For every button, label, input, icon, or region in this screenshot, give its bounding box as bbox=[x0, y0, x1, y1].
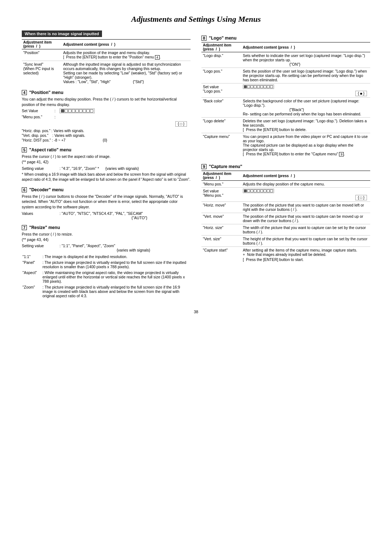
table-row: "1:1" : The image is displayed at the in… bbox=[22, 254, 191, 260]
content-sync: Although the inputted image signal is ad… bbox=[62, 61, 191, 85]
section8-table: Adjustment item (press / ) Adjustment co… bbox=[201, 42, 370, 158]
content-capture-menu: You can project a picture from the video… bbox=[241, 133, 370, 158]
section8-title: 8 "Logo" menu bbox=[201, 36, 370, 41]
col2-header-8: Adjustment content (press / ) bbox=[241, 42, 370, 52]
page-number: 38 bbox=[22, 310, 370, 314]
item-menu-pos9: "Menu pos." bbox=[201, 181, 241, 188]
section7-setting: Setting value : "1:1", "Panel", "Aspect"… bbox=[22, 244, 191, 252]
menu-pos-label: "Menu pos." bbox=[22, 115, 54, 119]
values-content6: : "AUTO", "NTSC", "NTSC4.43", "PAL", "SE… bbox=[60, 211, 191, 220]
table-row: "Logo pos." Sets the position of the use… bbox=[201, 68, 370, 83]
section5-note: * When creating a 16:9 image with black … bbox=[22, 172, 191, 182]
values-label6: Values bbox=[22, 211, 54, 216]
no-signal-header: When there is no image signal inputted bbox=[22, 30, 102, 37]
table-row: "Menu pos." Adjusts the display position… bbox=[201, 181, 370, 188]
section6-num: 6 bbox=[22, 187, 27, 192]
item-logo-delete: "Logo delete" bbox=[201, 118, 241, 133]
item-setval-logo: Set value"Logo pos." bbox=[201, 83, 241, 98]
col2-header: Adjustment content (press / ) bbox=[62, 40, 191, 49]
table-row: "Zoom" : The picture image projected is … bbox=[22, 284, 191, 299]
table-row: "Capture menu" You can project a picture… bbox=[201, 133, 370, 158]
set-value-label: Set Value bbox=[22, 109, 54, 113]
table-row: "Position" Adjusts the position of the i… bbox=[22, 49, 191, 61]
section6-values: Values : "AUTO", "NTSC", "NTSC4.43", "PA… bbox=[22, 211, 191, 220]
setting-val-content7: : "1:1", "Panel", "Aspect", "Zoom" {vari… bbox=[60, 244, 191, 252]
item-back-color: "Back color" bbox=[201, 98, 241, 118]
table-row: Set value"Menu pos." bbox=[201, 188, 370, 202]
bracket-val-4: { □ } bbox=[22, 121, 187, 127]
item-vert-size: "Vert. size" bbox=[201, 236, 241, 247]
section4-menupos: "Menu pos." : bbox=[22, 115, 191, 119]
section7-num: 7 bbox=[22, 225, 27, 230]
content-menu-pos9: Adjusts the display position of the capt… bbox=[241, 181, 370, 188]
table-row: "Logo delete" Deletes the user set logo … bbox=[201, 118, 370, 133]
content-horiz-move: The position of the picture that you wan… bbox=[241, 202, 370, 213]
section5-title: 5 "Aspect ratio" menu bbox=[22, 147, 191, 152]
content-position: Adjusts the position of the image and me… bbox=[62, 49, 191, 61]
table-row: "Sync level"(When PC input is selected) … bbox=[22, 61, 191, 85]
col1-header-9: Adjustment item (press / ) bbox=[201, 171, 241, 181]
col1-header: Adjustment item (press / ) bbox=[22, 40, 62, 49]
content-capture-start: After setting all the items of the captu… bbox=[241, 247, 370, 263]
note-horiz-disp: "Horiz. disp. pos." : Varies with signal… bbox=[22, 129, 191, 133]
section5-body: Press the cursor ( / ) to set the aspect… bbox=[22, 154, 191, 164]
col1-header-8: Adjustment item (press / ) bbox=[201, 42, 241, 52]
item-vert-move: "Vert. move" bbox=[201, 213, 241, 224]
content-horiz-size: The width of the picture that you want t… bbox=[241, 224, 370, 236]
content-back-color: Selects the background color of the user… bbox=[241, 98, 370, 118]
item-sync: "Sync level"(When PC input is selected) bbox=[22, 61, 62, 85]
section5-num: 5 bbox=[22, 147, 27, 152]
section8-num: 8 bbox=[201, 36, 207, 41]
item-capture-menu: "Capture menu" bbox=[201, 133, 241, 158]
item-setval9: Set value"Menu pos." bbox=[201, 188, 241, 202]
content-logo-disp: Sets whether to indicate the user set lo… bbox=[241, 52, 370, 68]
note-vert-disp: "Vert. disp. pos." : Varies with signals… bbox=[22, 134, 191, 138]
table-row: "Panel" : The picture image projected is… bbox=[22, 260, 191, 270]
item-logo-pos: "Logo pos." bbox=[201, 68, 241, 83]
table-row: "Back color" Selects the background colo… bbox=[201, 98, 370, 118]
section4-num: 4 bbox=[22, 90, 27, 95]
setting-val-label5: Setting value bbox=[22, 166, 54, 171]
section7-body: Press the cursor ( / ) to resize.(** pag… bbox=[22, 232, 191, 242]
table-row: "Vert. move" The position of the picture… bbox=[201, 213, 370, 224]
section4-title: 4 "Position" menu bbox=[22, 90, 191, 95]
table-row: "Vert. size" The height of the picture t… bbox=[201, 236, 370, 247]
no-signal-table: Adjustment item (press / ) Adjustment co… bbox=[22, 39, 191, 85]
table-row: "Horiz. size" The width of the picture t… bbox=[201, 224, 370, 236]
note-horiz-dist: "Horiz. DIST pos." : -8 ~ +7 {0} bbox=[22, 138, 191, 142]
table-row: "Logo disp." Sets whether to indicate th… bbox=[201, 52, 370, 68]
item-horiz-size: "Horiz. size" bbox=[201, 224, 241, 236]
content-vert-move: The position of the picture that you wan… bbox=[241, 213, 370, 224]
setting-val-content5: : "4:3", "16:9", "Zoom" * {varies with s… bbox=[60, 166, 191, 171]
section9-table: Adjustment item (press / ) Adjustment co… bbox=[201, 171, 370, 263]
content-setval-logo: { ■ } bbox=[241, 83, 370, 98]
left-column: When there is no image signal inputted A… bbox=[22, 30, 191, 299]
section7-title: 7 "Resize" menu bbox=[22, 225, 191, 230]
table-row: Set value"Logo pos." bbox=[201, 83, 370, 98]
section9-num: 9 bbox=[201, 164, 207, 169]
setting-val-label7: Setting value bbox=[22, 244, 54, 248]
section5-setting: Setting value : "4:3", "16:9", "Zoom" * … bbox=[22, 166, 191, 171]
content-logo-delete: Deletes the user set logo (captured imag… bbox=[241, 118, 370, 133]
content-vert-size: The height of the picture that you want … bbox=[241, 236, 370, 247]
section6-title: 6 "Decoder" menu bbox=[22, 187, 191, 192]
set-value-slider bbox=[60, 109, 191, 113]
section9-title: 9 "Capture menu" bbox=[201, 164, 370, 169]
content-setval9: { □ } bbox=[241, 188, 370, 202]
page-title: Adjustments and Settings Using Menus bbox=[22, 15, 370, 24]
content-logo-pos: Sets the position of the user set logo (… bbox=[241, 68, 370, 83]
item-horiz-move: "Horiz. move" bbox=[201, 202, 241, 213]
table-row: "Aspect" : While maintaining the origina… bbox=[22, 270, 191, 284]
section4-setvalue: Set Value : bbox=[22, 109, 191, 113]
table-row: "Capture start" After setting all the it… bbox=[201, 247, 370, 263]
section6-body: Press the ( / ) cursor buttons to choose… bbox=[22, 194, 191, 210]
item-position: "Position" bbox=[22, 49, 62, 61]
item-logo-disp: "Logo disp." bbox=[201, 52, 241, 68]
right-column: 8 "Logo" menu Adjustment item (press / )… bbox=[201, 30, 370, 299]
item-capture-start: "Capture start" bbox=[201, 247, 241, 263]
table-row: "Horiz. move" The position of the pictur… bbox=[201, 202, 370, 213]
col2-header-9: Adjustment content (press / ) bbox=[241, 171, 370, 181]
section7-table: "1:1" : The image is displayed at the in… bbox=[22, 254, 191, 299]
section4-body: You can adjust the menu display position… bbox=[22, 97, 191, 107]
